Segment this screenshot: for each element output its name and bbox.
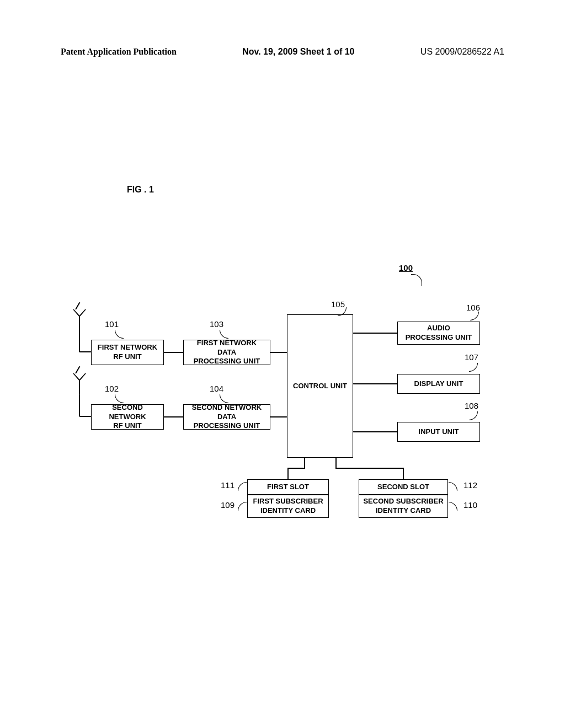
box-first-rf: FIRST NETWORK RF UNIT xyxy=(91,340,164,365)
label-112: 112 xyxy=(463,480,477,490)
box-second-sim-label: SECOND SUBSCRIBER IDENTITY CARD xyxy=(363,497,443,516)
box-first-sim: FIRST SUBSCRIBER IDENTITY CARD xyxy=(247,495,329,518)
box-first-dpu: FIRST NETWORK DATA PROCESSING UNIT xyxy=(183,340,270,365)
lead-curve xyxy=(220,330,228,339)
box-first-slot-label: FIRST SLOT xyxy=(267,483,309,492)
box-second-slot-label: SECOND SLOT xyxy=(377,483,429,492)
header-right: US 2009/0286522 A1 xyxy=(420,47,504,57)
box-input: INPUT UNIT xyxy=(397,422,480,442)
connector-line xyxy=(270,416,287,417)
box-audio: AUDIO PROCESSING UNIT xyxy=(397,322,480,345)
header-left: Patent Application Publication xyxy=(61,47,177,57)
box-display-label: DISPLAY UNIT xyxy=(414,379,463,389)
box-control-label: CONTROL UNIT xyxy=(293,382,347,391)
connector-line xyxy=(287,468,305,469)
connector-line xyxy=(335,468,403,469)
device-number: 100 xyxy=(399,263,413,272)
box-second-sim: SECOND SUBSCRIBER IDENTITY CARD xyxy=(359,495,448,518)
box-second-rf-label: SECOND NETWORK RF UNIT xyxy=(95,403,160,431)
label-107: 107 xyxy=(465,352,478,362)
connector-line xyxy=(79,330,80,352)
connector-line xyxy=(164,352,183,353)
box-control: CONTROL UNIT xyxy=(287,314,353,458)
antenna-icon-2 xyxy=(73,373,86,394)
figure-label: FIG . 1 xyxy=(127,185,154,195)
lead-100 xyxy=(411,274,422,286)
lead-curve xyxy=(470,312,479,320)
lead-curve xyxy=(238,502,247,511)
label-106: 106 xyxy=(466,303,480,312)
label-108: 108 xyxy=(465,401,478,410)
connector-line xyxy=(79,416,91,417)
lead-curve xyxy=(220,394,228,403)
header-center: Nov. 19, 2009 Sheet 1 of 10 xyxy=(242,47,354,57)
connector-line xyxy=(403,468,404,480)
connector-line xyxy=(304,458,305,468)
label-101: 101 xyxy=(105,319,119,329)
connector-line xyxy=(353,383,397,384)
lead-curve xyxy=(449,502,457,511)
lead-curve xyxy=(238,482,247,491)
label-111: 111 xyxy=(221,480,234,490)
label-110: 110 xyxy=(463,500,477,510)
box-second-dpu: SECOND NETWORK DATA PROCESSING UNIT xyxy=(183,404,270,430)
connector-line xyxy=(287,468,289,480)
lead-curve xyxy=(469,363,478,372)
connector-line xyxy=(353,333,397,334)
box-second-slot: SECOND SLOT xyxy=(359,479,448,495)
box-first-sim-label: FIRST SUBSCRIBER IDENTITY CARD xyxy=(253,497,323,516)
box-second-rf: SECOND NETWORK RF UNIT xyxy=(91,404,164,430)
connector-line xyxy=(335,458,337,468)
connector-line xyxy=(79,351,91,352)
label-104: 104 xyxy=(210,384,223,393)
connector-line xyxy=(164,416,183,417)
box-display: DISPLAY UNIT xyxy=(397,374,480,394)
lead-curve xyxy=(115,330,124,339)
label-102: 102 xyxy=(105,384,119,393)
antenna-icon-1 xyxy=(73,309,86,330)
box-second-dpu-label: SECOND NETWORK DATA PROCESSING UNIT xyxy=(187,403,266,431)
box-first-rf-label: FIRST NETWORK RF UNIT xyxy=(98,343,157,362)
lead-curve xyxy=(449,482,457,491)
block-diagram: FIRST NETWORK RF UNIT SECOND NETWORK RF … xyxy=(61,306,497,532)
box-first-slot: FIRST SLOT xyxy=(247,479,329,495)
connector-line xyxy=(79,394,80,416)
connector-line xyxy=(353,431,397,432)
page-header: Patent Application Publication Nov. 19, … xyxy=(0,47,565,57)
lead-curve xyxy=(115,394,124,403)
label-103: 103 xyxy=(210,319,223,329)
label-109: 109 xyxy=(221,500,234,510)
box-input-label: INPUT UNIT xyxy=(419,427,459,437)
box-first-dpu-label: FIRST NETWORK DATA PROCESSING UNIT xyxy=(187,339,266,367)
lead-curve xyxy=(469,411,478,420)
box-audio-label: AUDIO PROCESSING UNIT xyxy=(406,324,472,342)
connector-line xyxy=(270,352,287,353)
